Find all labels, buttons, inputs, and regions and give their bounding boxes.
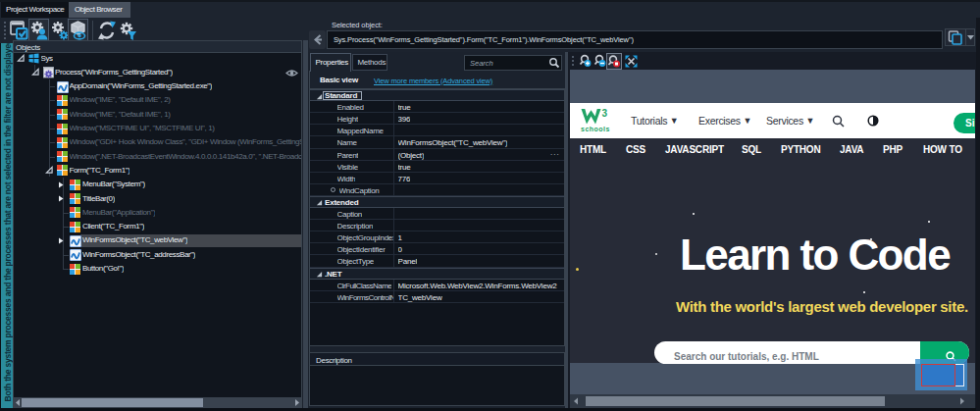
svg-text:3: 3 — [602, 108, 608, 119]
